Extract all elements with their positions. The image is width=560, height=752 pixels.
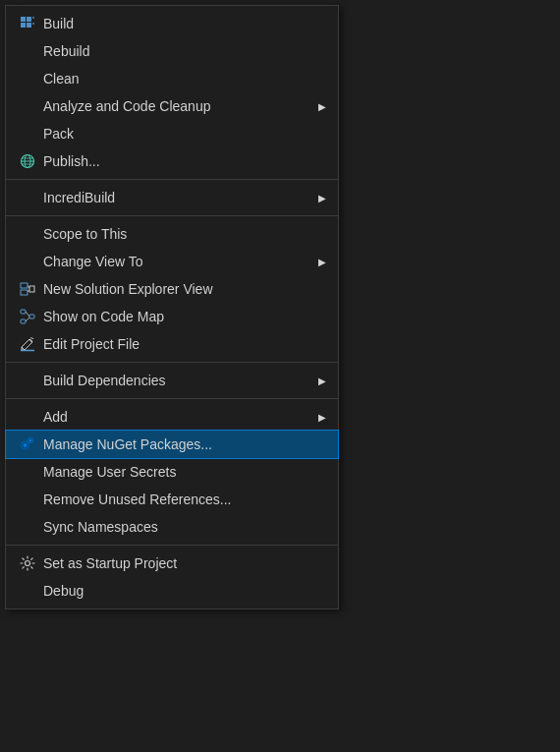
submenu-arrow-incredibuild: ▶: [318, 193, 326, 203]
menu-item-add[interactable]: Add▶: [6, 403, 338, 431]
menu-item-label-editproject: Edit Project File: [41, 336, 326, 352]
menu-item-rebuild[interactable]: Rebuild: [6, 37, 338, 65]
edit-icon: [14, 336, 41, 352]
menu-item-label-debug: Debug: [41, 583, 326, 599]
svg-line-20: [26, 318, 29, 321]
menu-item-usersecrets[interactable]: Manage User Secrets: [6, 458, 338, 486]
separator-after-syncns: [6, 545, 338, 546]
gear-icon: [14, 555, 41, 571]
svg-rect-13: [29, 286, 34, 292]
menu-item-startup[interactable]: Set as Startup Project: [6, 550, 338, 577]
submenu-arrow-changeview: ▶: [318, 257, 326, 267]
menu-item-label-pack: Pack: [41, 126, 326, 142]
submenu-arrow-builddeps: ▶: [318, 376, 326, 386]
menu-item-syncns[interactable]: Sync Namespaces: [6, 513, 338, 541]
menu-item-label-add: Add: [41, 409, 318, 425]
menu-item-label-nuget: Manage NuGet Packages...: [41, 436, 326, 452]
menu-item-clean[interactable]: Clean: [6, 65, 338, 92]
menu-item-editproject[interactable]: Edit Project File: [6, 330, 338, 358]
menu-item-label-startup: Set as Startup Project: [41, 555, 326, 571]
menu-item-label-newsolution: New Solution Explorer View: [41, 281, 326, 297]
menu-item-newsolution[interactable]: New Solution Explorer View: [6, 275, 338, 303]
menu-item-label-build: Build: [41, 16, 326, 31]
svg-rect-12: [21, 290, 28, 295]
menu-item-label-publish: Publish...: [41, 153, 326, 169]
menu-item-label-removeunused: Remove Unused References...: [41, 492, 326, 507]
svg-rect-17: [29, 315, 34, 318]
menu-item-removeunused[interactable]: Remove Unused References...: [6, 486, 338, 513]
globe-icon: [14, 153, 41, 169]
menu-item-incredibuild[interactable]: IncrediBuild▶: [6, 184, 338, 211]
menu-item-label-scope: Scope to This: [41, 226, 326, 242]
separator-after-incredibuild: [6, 215, 338, 216]
menu-item-label-incredibuild: IncrediBuild: [41, 190, 318, 205]
menu-item-changeview[interactable]: Change View To▶: [6, 248, 338, 275]
menu-item-label-rebuild: Rebuild: [41, 43, 326, 59]
svg-rect-4: [32, 17, 34, 19]
menu-item-builddeps[interactable]: Build Dependencies▶: [6, 367, 338, 394]
svg-rect-16: [21, 310, 26, 314]
menu-item-build[interactable]: Build: [6, 10, 338, 37]
menu-item-analyze[interactable]: Analyze and Code Cleanup▶: [6, 92, 338, 120]
menu-item-publish[interactable]: Publish...: [6, 147, 338, 175]
menu-item-label-syncns: Sync Namespaces: [41, 519, 326, 535]
svg-rect-1: [27, 17, 31, 22]
svg-point-25: [26, 561, 30, 566]
menu-item-scope[interactable]: Scope to This: [6, 220, 338, 248]
menu-item-label-clean: Clean: [41, 71, 326, 87]
submenu-arrow-add: ▶: [318, 412, 326, 423]
menu-item-label-usersecrets: Manage User Secrets: [41, 464, 326, 480]
menu-item-label-builddeps: Build Dependencies: [41, 373, 318, 388]
separator-after-builddeps: [6, 398, 338, 399]
nuget-icon: [14, 436, 41, 452]
svg-point-24: [29, 439, 32, 442]
codemap-icon: [14, 309, 41, 324]
svg-rect-11: [21, 283, 28, 288]
svg-line-19: [26, 312, 29, 317]
context-menu: BuildRebuildCleanAnalyze and Code Cleanu…: [5, 5, 339, 609]
svg-rect-0: [21, 17, 26, 22]
separator-after-publish: [6, 179, 338, 180]
menu-item-label-codemap: Show on Code Map: [41, 309, 326, 324]
svg-point-22: [24, 443, 28, 447]
menu-item-nuget[interactable]: Manage NuGet Packages...: [6, 431, 338, 458]
build-icon: [14, 16, 41, 31]
sol-explorer-icon: [14, 281, 41, 297]
svg-rect-18: [21, 319, 26, 323]
svg-rect-5: [32, 23, 34, 25]
menu-item-label-changeview: Change View To: [41, 254, 318, 269]
menu-item-debug[interactable]: Debug: [6, 577, 338, 605]
menu-item-label-analyze: Analyze and Code Cleanup: [41, 98, 318, 114]
svg-rect-3: [27, 23, 31, 28]
separator-after-editproject: [6, 362, 338, 363]
menu-item-codemap[interactable]: Show on Code Map: [6, 303, 338, 330]
svg-rect-2: [21, 23, 26, 28]
menu-item-pack[interactable]: Pack: [6, 120, 338, 147]
submenu-arrow-analyze: ▶: [318, 101, 326, 112]
